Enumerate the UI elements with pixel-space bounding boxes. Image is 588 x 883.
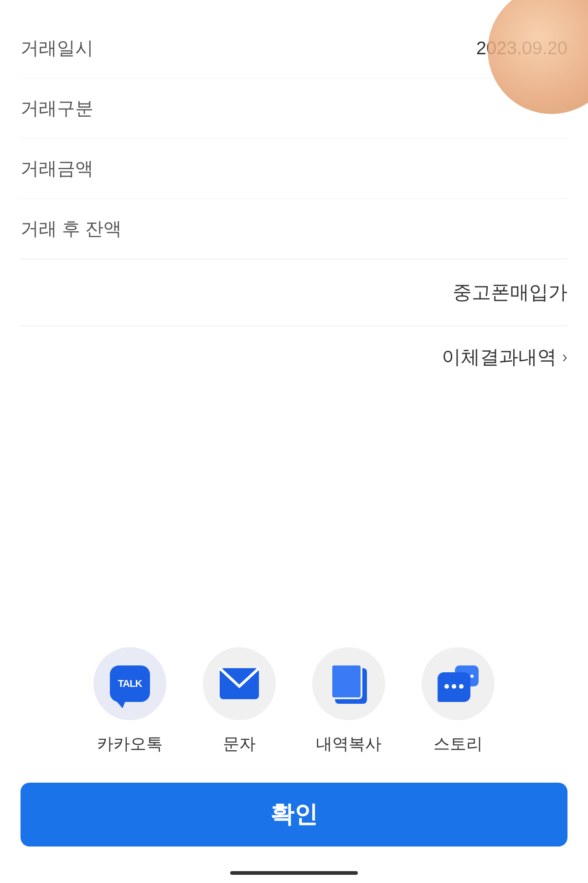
transfer-result-text: 이체결과내역 bbox=[442, 344, 557, 370]
confirm-button[interactable]: 확인 bbox=[21, 783, 567, 847]
transaction-balance-label: 거래 후 잔액 bbox=[21, 216, 122, 241]
transaction-amount-row: 거래금액 bbox=[21, 139, 567, 199]
share-copy-button[interactable]: 내역복사 bbox=[312, 647, 385, 755]
copy-label: 내역복사 bbox=[316, 733, 382, 755]
transaction-balance-row: 거래 후 잔액 bbox=[21, 199, 567, 259]
sms-icon-circle bbox=[203, 647, 276, 720]
kakao-talk-icon: TALK bbox=[110, 665, 150, 702]
confirm-button-label: 확인 bbox=[270, 799, 318, 831]
kakao-icon-circle: TALK bbox=[93, 647, 166, 720]
home-indicator bbox=[230, 871, 358, 875]
story-icon-circle bbox=[422, 647, 495, 720]
avatar-wrapper bbox=[406, 0, 588, 137]
chevron-right-icon: › bbox=[562, 348, 567, 367]
transfer-result-row[interactable]: 이체결과내역 › bbox=[0, 326, 588, 388]
sms-label: 문자 bbox=[223, 733, 256, 755]
share-section: TALK 카카오톡 문자 내역복사 bbox=[0, 647, 588, 755]
copy-pages-icon bbox=[330, 664, 367, 704]
avatar bbox=[488, 0, 588, 114]
kakao-label: 카카오톡 bbox=[97, 733, 163, 755]
share-sms-button[interactable]: 문자 bbox=[203, 647, 276, 755]
share-story-button[interactable]: 스토리 bbox=[422, 647, 495, 755]
transaction-info-section: 거래일시 2023.09.20 거래구분 거래금액 거래 후 잔액 bbox=[0, 0, 588, 259]
story-bubbles-icon bbox=[438, 665, 479, 702]
copy-icon-circle bbox=[312, 647, 385, 720]
transaction-date-label: 거래일시 bbox=[21, 36, 93, 61]
sms-mail-icon bbox=[219, 667, 260, 700]
transaction-type-label: 거래구분 bbox=[21, 96, 93, 121]
purchase-label: 중고폰매입가 bbox=[0, 259, 588, 305]
transaction-amount-label: 거래금액 bbox=[21, 156, 93, 181]
share-kakao-button[interactable]: TALK 카카오톡 bbox=[93, 647, 166, 755]
story-label: 스토리 bbox=[433, 733, 483, 755]
